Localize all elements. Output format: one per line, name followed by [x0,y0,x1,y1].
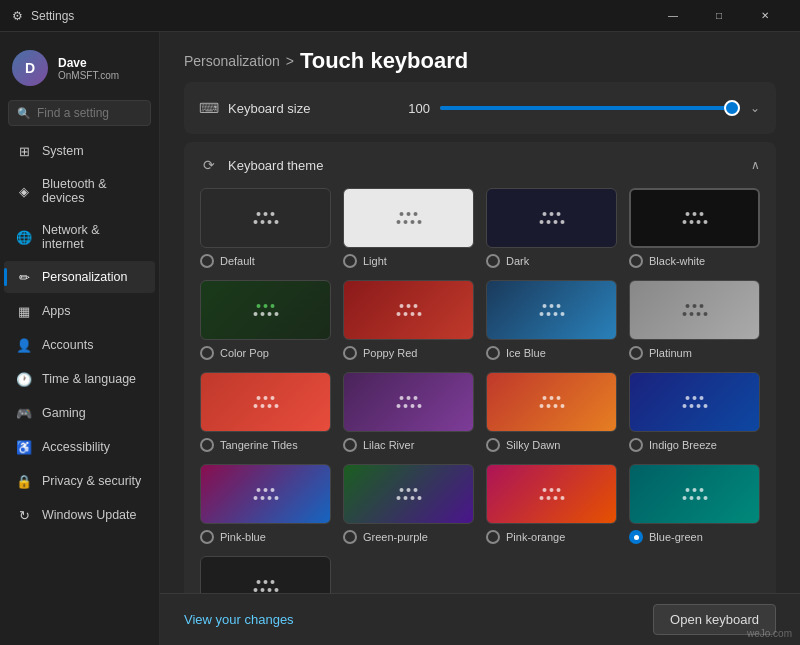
title-bar: ⚙ Settings — □ ✕ [0,0,800,32]
time-icon: 🕐 [16,371,32,387]
theme-icon: ⟳ [200,156,218,174]
sidebar-item-system[interactable]: ⊞ System [4,135,155,167]
theme-preview-green-purple [343,464,474,524]
sidebar-item-accessibility[interactable]: ♿ Accessibility [4,431,155,463]
theme-item-default[interactable]: Default [200,188,331,268]
sidebar-item-bluetooth[interactable]: ◈ Bluetooth & devices [4,169,155,213]
sidebar: D Dave OnMSFT.com 🔍 ⊞ System ◈ Bluetooth… [0,32,160,645]
minimize-button[interactable]: — [650,0,696,32]
sidebar-label-network: Network & internet [42,223,143,251]
theme-preview-default [200,188,331,248]
slider-thumb[interactable] [724,100,740,116]
theme-item-dark[interactable]: Dark [486,188,617,268]
theme-radio-lilac[interactable] [343,438,357,452]
theme-radio-pink-blue[interactable] [200,530,214,544]
theme-name-dark: Dark [506,255,529,267]
theme-item-custom[interactable]: Custom theme [200,556,331,593]
theme-item-green-purple[interactable]: Green-purple [343,464,474,544]
search-input[interactable] [37,106,142,120]
theme-radio-poppy-red[interactable] [343,346,357,360]
accounts-icon: 👤 [16,337,32,353]
keyboard-size-section: ⌨ Keyboard size 100 ⌄ [184,82,776,134]
theme-radio-platinum[interactable] [629,346,643,360]
breadcrumb-separator: > [286,53,294,69]
theme-preview-indigo [629,372,760,432]
theme-radio-color-pop[interactable] [200,346,214,360]
theme-item-blue-green[interactable]: Blue-green [629,464,760,544]
chevron-up-icon[interactable]: ∧ [751,158,760,172]
theme-name-green-purple: Green-purple [363,531,428,543]
slider-dropdown-icon[interactable]: ⌄ [750,101,760,115]
watermark: weJo.com [747,628,792,639]
update-icon: ↻ [16,507,32,523]
theme-radio-default[interactable] [200,254,214,268]
page-title: Touch keyboard [300,48,468,74]
theme-radio-dark[interactable] [486,254,500,268]
theme-item-silky-dawn[interactable]: Silky Dawn [486,372,617,452]
theme-name-indigo: Indigo Breeze [649,439,717,451]
sidebar-item-time[interactable]: 🕐 Time & language [4,363,155,395]
slider-track[interactable] [440,106,740,110]
sidebar-item-personalization[interactable]: ✏ Personalization [4,261,155,293]
theme-item-platinum[interactable]: Platinum [629,280,760,360]
theme-preview-poppy-red [343,280,474,340]
theme-name-pink-blue: Pink-blue [220,531,266,543]
theme-radio-silky-dawn[interactable] [486,438,500,452]
theme-radio-ice-blue[interactable] [486,346,500,360]
theme-radio-pink-orange[interactable] [486,530,500,544]
avatar[interactable]: D [12,50,48,86]
sidebar-item-network[interactable]: 🌐 Network & internet [4,215,155,259]
network-icon: 🌐 [16,229,32,245]
app-title: Settings [31,9,74,23]
theme-item-tangerine[interactable]: Tangerine Tides [200,372,331,452]
sidebar-item-update[interactable]: ↻ Windows Update [4,499,155,531]
sidebar-item-gaming[interactable]: 🎮 Gaming [4,397,155,429]
gaming-icon: 🎮 [16,405,32,421]
theme-item-color-pop[interactable]: Color Pop [200,280,331,360]
search-box[interactable]: 🔍 [8,100,151,126]
theme-preview-black-white [629,188,760,248]
apps-icon: ▦ [16,303,32,319]
sidebar-label-bluetooth: Bluetooth & devices [42,177,143,205]
close-button[interactable]: ✕ [742,0,788,32]
maximize-button[interactable]: □ [696,0,742,32]
theme-item-pink-orange[interactable]: Pink-orange [486,464,617,544]
theme-name-ice-blue: Ice Blue [506,347,546,359]
slider-container: 100 ⌄ [400,101,760,116]
title-bar-controls: — □ ✕ [650,0,788,32]
theme-name-poppy-red: Poppy Red [363,347,417,359]
sidebar-item-apps[interactable]: ▦ Apps [4,295,155,327]
theme-radio-indigo[interactable] [629,438,643,452]
keyboard-size-label: Keyboard size [228,101,310,116]
breadcrumb-parent[interactable]: Personalization [184,53,280,69]
theme-radio-green-purple[interactable] [343,530,357,544]
sidebar-label-update: Windows Update [42,508,137,522]
theme-item-indigo[interactable]: Indigo Breeze [629,372,760,452]
theme-name-platinum: Platinum [649,347,692,359]
bluetooth-icon: ◈ [16,183,32,199]
theme-radio-tangerine[interactable] [200,438,214,452]
theme-item-light[interactable]: Light [343,188,474,268]
theme-item-poppy-red[interactable]: Poppy Red [343,280,474,360]
sidebar-label-time: Time & language [42,372,136,386]
theme-item-pink-blue[interactable]: Pink-blue [200,464,331,544]
theme-name-lilac: Lilac River [363,439,414,451]
content-area: Personalization > Touch keyboard ⌨ Keybo… [160,32,800,645]
sidebar-item-accounts[interactable]: 👤 Accounts [4,329,155,361]
theme-radio-black-white[interactable] [629,254,643,268]
sidebar-label-system: System [42,144,84,158]
theme-preview-tangerine [200,372,331,432]
view-changes-link[interactable]: View your changes [184,612,294,627]
theme-radio-light[interactable] [343,254,357,268]
theme-section-title: ⟳ Keyboard theme [200,156,323,174]
personalization-icon: ✏ [16,269,32,285]
sidebar-label-privacy: Privacy & security [42,474,141,488]
user-name: Dave [58,56,119,70]
theme-radio-blue-green[interactable] [629,530,643,544]
theme-item-black-white[interactable]: Black-white [629,188,760,268]
sidebar-item-privacy[interactable]: 🔒 Privacy & security [4,465,155,497]
user-info: Dave OnMSFT.com [58,56,119,81]
theme-name-light: Light [363,255,387,267]
theme-item-ice-blue[interactable]: Ice Blue [486,280,617,360]
theme-item-lilac[interactable]: Lilac River [343,372,474,452]
